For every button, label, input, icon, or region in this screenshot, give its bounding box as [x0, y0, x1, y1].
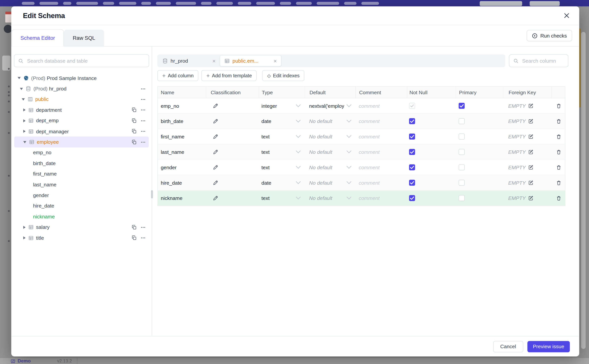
chevron-right-icon[interactable] [23, 236, 26, 240]
tree-item-nickname[interactable]: nickname [14, 211, 149, 222]
chevron-right-icon[interactable] [23, 119, 26, 122]
primary-checkbox[interactable] [459, 118, 465, 124]
chevron-right-icon[interactable] [23, 226, 26, 229]
type-select[interactable]: text [259, 195, 305, 201]
column-name-cell[interactable]: emp_no [158, 103, 206, 109]
tab-close-icon[interactable]: × [274, 58, 277, 64]
type-select[interactable]: date [259, 180, 305, 186]
comment-input[interactable]: comment [355, 149, 407, 155]
cancel-button[interactable]: Cancel [493, 341, 523, 352]
tab-close-icon[interactable]: × [212, 58, 216, 64]
column-name-cell[interactable]: last_name [158, 149, 206, 155]
primary-checkbox[interactable] [459, 195, 465, 201]
edit-foreign-key-icon[interactable] [528, 103, 533, 109]
more-menu-icon[interactable] [141, 225, 146, 230]
tab-raw-sql[interactable]: Raw SQL [64, 30, 104, 46]
tree-item-title[interactable]: title [14, 233, 149, 243]
tree-item-hire_date[interactable]: hire_date [14, 201, 149, 211]
classification-edit-icon[interactable] [213, 180, 218, 186]
tree-item-dept_emp[interactable]: dept_emp [14, 115, 149, 126]
type-select[interactable]: text [259, 164, 305, 170]
delete-column-icon[interactable] [556, 180, 562, 186]
more-menu-icon[interactable] [141, 139, 146, 145]
primary-checkbox[interactable] [459, 103, 465, 109]
delete-column-icon[interactable] [556, 134, 562, 140]
not-null-checkbox[interactable] [409, 118, 415, 124]
more-menu-icon[interactable] [141, 129, 146, 134]
comment-input[interactable]: comment [355, 180, 407, 186]
copy-icon[interactable] [132, 225, 137, 230]
run-checks-button[interactable]: Run checks [527, 30, 572, 41]
not-null-checkbox[interactable] [409, 180, 415, 186]
database-search-input[interactable] [26, 58, 145, 64]
tree-item-salary[interactable]: salary [14, 222, 149, 233]
tree-item-prod-sample-instance[interactable]: (Prod)Prod Sample Instance [14, 73, 149, 83]
editor-tab-public-em-[interactable]: public.em...× [220, 55, 281, 66]
not-null-checkbox[interactable] [409, 164, 415, 170]
classification-edit-icon[interactable] [213, 103, 218, 109]
edit-indexes-button[interactable]: ◇Edit indexes [262, 70, 304, 81]
column-name-cell[interactable]: birth_date [158, 118, 206, 124]
classification-edit-icon[interactable] [213, 134, 218, 140]
not-null-checkbox[interactable] [409, 149, 415, 155]
tree-item-birth_date[interactable]: birth_date [14, 158, 149, 169]
default-select[interactable]: No default [305, 149, 355, 155]
default-select[interactable]: nextval('employ [305, 103, 355, 109]
add-from-template-button[interactable]: +Add from template [201, 70, 257, 81]
primary-checkbox[interactable] [459, 149, 465, 155]
chevron-right-icon[interactable] [23, 109, 26, 111]
tree-item-department[interactable]: department [14, 105, 149, 115]
more-menu-icon[interactable] [141, 118, 146, 123]
tree-item-public[interactable]: public [14, 94, 149, 105]
chevron-down-icon[interactable] [18, 77, 21, 79]
delete-column-icon[interactable] [556, 103, 562, 109]
primary-checkbox[interactable] [459, 164, 465, 170]
column-name-cell[interactable]: hire_date [158, 180, 206, 186]
add-column-button[interactable]: +Add column [157, 70, 199, 81]
default-select[interactable]: No default [305, 195, 355, 201]
copy-icon[interactable] [132, 139, 137, 145]
default-select[interactable]: No default [305, 118, 355, 124]
chevron-right-icon[interactable] [23, 130, 26, 133]
column-name-cell[interactable]: first_name [158, 134, 206, 140]
comment-input[interactable]: comment [355, 195, 407, 201]
delete-column-icon[interactable] [556, 149, 562, 155]
default-select[interactable]: No default [305, 134, 355, 140]
more-menu-icon[interactable] [141, 97, 146, 102]
delete-column-icon[interactable] [556, 164, 562, 170]
page-scrollbar[interactable] [581, 32, 586, 349]
classification-edit-icon[interactable] [213, 149, 218, 155]
tree-item-dept_manager[interactable]: dept_manager [14, 126, 149, 137]
copy-icon[interactable] [132, 235, 137, 241]
tree-item-emp_no[interactable]: emp_no [14, 147, 149, 158]
comment-input[interactable]: comment [355, 118, 407, 124]
copy-icon[interactable] [132, 107, 137, 113]
comment-input[interactable]: comment [355, 134, 407, 140]
primary-checkbox[interactable] [459, 134, 465, 140]
edit-foreign-key-icon[interactable] [528, 195, 533, 201]
tree-item-hr_prod[interactable]: (Prod)hr_prod [14, 83, 149, 94]
preview-issue-button[interactable]: Preview issue [527, 341, 570, 352]
more-menu-icon[interactable] [141, 107, 146, 113]
column-name-cell[interactable]: gender [158, 164, 206, 170]
close-icon[interactable] [563, 12, 570, 19]
tree-item-gender[interactable]: gender [14, 190, 149, 201]
type-select[interactable]: text [259, 149, 305, 155]
more-menu-icon[interactable] [141, 235, 146, 241]
tree-item-employee[interactable]: employee [14, 137, 149, 147]
edit-foreign-key-icon[interactable] [528, 165, 533, 170]
type-select[interactable]: text [259, 134, 305, 140]
type-select[interactable]: date [259, 118, 305, 124]
default-select[interactable]: No default [305, 180, 355, 186]
column-name-cell[interactable]: nickname [158, 195, 206, 201]
not-null-checkbox[interactable] [409, 195, 415, 201]
delete-column-icon[interactable] [556, 195, 562, 201]
classification-edit-icon[interactable] [213, 195, 218, 201]
copy-icon[interactable] [132, 118, 137, 123]
not-null-checkbox[interactable] [409, 134, 415, 140]
chevron-down-icon[interactable] [23, 141, 26, 143]
classification-edit-icon[interactable] [213, 118, 218, 124]
tab-schema-editor[interactable]: Schema Editor [12, 29, 64, 47]
edit-foreign-key-icon[interactable] [528, 134, 533, 139]
demo-label[interactable]: Demo [18, 358, 31, 364]
